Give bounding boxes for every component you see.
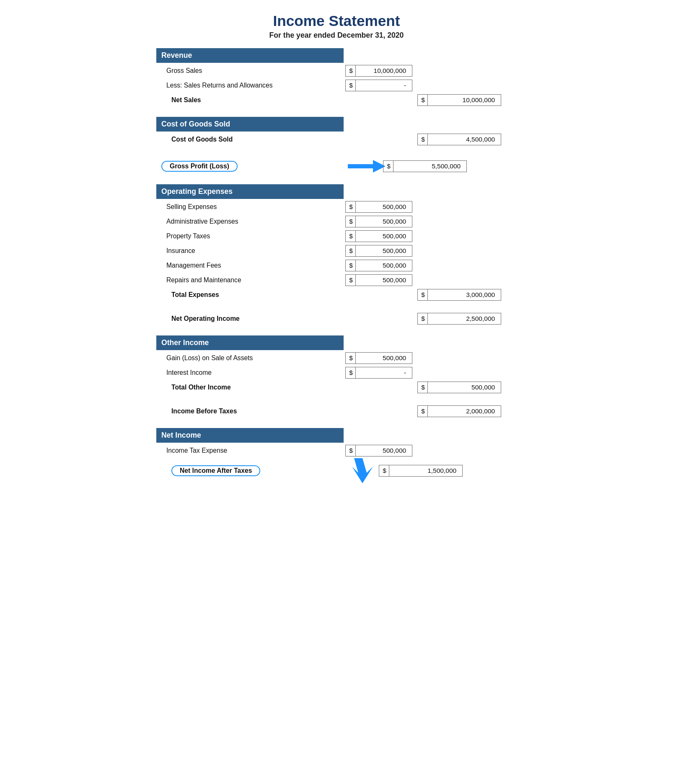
interest-income-amount: $ - <box>345 367 412 379</box>
net-income-after-taxes-amount: $ 1,500,000 <box>379 465 463 477</box>
gain-loss-amount: $ 500,000 <box>345 352 412 364</box>
total-other-income-row: Total Other Income $ 500,000 <box>156 380 517 395</box>
net-sales-row: Net Sales $ 10,000,000 <box>156 93 517 107</box>
cogs-header: Cost of Goods Sold <box>156 117 344 132</box>
sales-returns-label: Less: Sales Returns and Allowances <box>156 80 344 91</box>
income-before-taxes-amount: $ 2,000,000 <box>417 405 501 417</box>
net-sales-dollar: $ <box>418 95 428 106</box>
sales-returns-dollar: $ <box>346 80 356 91</box>
cogs-dollar: $ <box>418 134 428 145</box>
total-expenses-row: Total Expenses $ 3,000,000 <box>156 288 517 302</box>
gain-loss-row: Gain (Loss) on Sale of Assets $ 500,000 <box>156 351 517 365</box>
gross-sales-row: Gross Sales $ 10,000,000 <box>156 64 517 78</box>
management-fees-amount: $ 500,000 <box>345 260 412 271</box>
net-income-arrow-icon <box>346 458 379 483</box>
page-title: Income Statement <box>156 13 517 29</box>
repairs-maintenance-amount: $ 500,000 <box>345 274 412 286</box>
revenue-header: Revenue <box>156 48 344 63</box>
total-expenses-label: Total Expenses <box>156 289 344 300</box>
gross-profit-row: Gross Profit (Loss) $ 5,500,000 <box>156 158 517 175</box>
total-other-income-label: Total Other Income <box>156 382 344 393</box>
net-operating-income-amount: $ 2,500,000 <box>417 313 501 325</box>
total-other-income-amount: $ 500,000 <box>417 382 501 393</box>
income-tax-expense-label: Income Tax Expense <box>156 445 344 456</box>
cogs-amount: $ 4,500,000 <box>417 134 501 145</box>
income-before-taxes-row: Income Before Taxes $ 2,000,000 <box>156 404 517 418</box>
management-fees-row: Management Fees $ 500,000 <box>156 258 517 273</box>
management-fees-label: Management Fees <box>156 260 344 271</box>
insurance-amount: $ 500,000 <box>345 245 412 257</box>
insurance-row: Insurance $ 500,000 <box>156 244 517 258</box>
other-income-section: Other Income Gain (Loss) on Sale of Asse… <box>156 335 517 395</box>
svg-marker-0 <box>348 160 386 173</box>
operating-expenses-header: Operating Expenses <box>156 184 344 199</box>
property-taxes-row: Property Taxes $ 500,000 <box>156 229 517 243</box>
income-tax-expense-amount: $ 500,000 <box>345 445 412 456</box>
net-income-header: Net Income <box>156 428 344 443</box>
gross-sales-value: 10,000,000 <box>356 65 412 76</box>
net-operating-income-label: Net Operating Income <box>156 313 344 324</box>
cogs-label: Cost of Goods Sold <box>156 134 344 145</box>
cogs-value: 4,500,000 <box>428 134 501 145</box>
repairs-maintenance-row: Repairs and Maintenance $ 500,000 <box>156 273 517 287</box>
gross-profit-amount: $ 5,500,000 <box>383 160 467 172</box>
property-taxes-amount: $ 500,000 <box>345 230 412 242</box>
cogs-section: Cost of Goods Sold Cost of Goods Sold $ … <box>156 117 517 147</box>
svg-marker-1 <box>352 458 373 483</box>
net-income-after-taxes-label: Net Income After Taxes <box>171 465 260 476</box>
total-expenses-dollar: $ <box>418 289 428 300</box>
net-sales-amount: $ 10,000,000 <box>417 94 501 106</box>
net-income-section: Net Income Income Tax Expense $ 500,000 … <box>156 428 517 483</box>
selling-expenses-row: Selling Expenses $ 500,000 <box>156 200 517 214</box>
gross-sales-dollar: $ <box>346 65 356 76</box>
admin-expenses-label: Administrative Expenses <box>156 216 344 227</box>
property-taxes-label: Property Taxes <box>156 231 344 242</box>
admin-expenses-row: Administrative Expenses $ 500,000 <box>156 214 517 229</box>
repairs-maintenance-label: Repairs and Maintenance <box>156 275 344 286</box>
page-subtitle: For the year ended December 31, 2020 <box>156 31 517 40</box>
net-income-after-taxes-row: Net Income After Taxes $ 1,500,000 <box>156 458 517 483</box>
operating-expenses-section: Operating Expenses Selling Expenses $ 50… <box>156 184 517 302</box>
sales-returns-value: - <box>356 80 412 91</box>
total-expenses-value: 3,000,000 <box>428 289 501 300</box>
total-expenses-amount: $ 3,000,000 <box>417 289 501 301</box>
gross-sales-amount: $ 10,000,000 <box>345 65 412 77</box>
gain-loss-label: Gain (Loss) on Sale of Assets <box>156 353 344 364</box>
admin-expenses-amount: $ 500,000 <box>345 216 412 227</box>
net-operating-income-row: Net Operating Income $ 2,500,000 <box>156 312 517 326</box>
income-before-taxes-label: Income Before Taxes <box>156 406 344 417</box>
net-sales-label: Net Sales <box>156 95 344 106</box>
net-sales-value: 10,000,000 <box>428 95 501 106</box>
gross-profit-dollar: $ <box>383 161 393 172</box>
insurance-label: Insurance <box>156 245 344 256</box>
interest-income-label: Interest Income <box>156 367 344 378</box>
revenue-section: Revenue Gross Sales $ 10,000,000 Less: S… <box>156 48 517 107</box>
gross-profit-value: 5,500,000 <box>393 161 466 172</box>
other-income-header: Other Income <box>156 335 344 350</box>
sales-returns-amount: $ - <box>345 80 412 91</box>
sales-returns-row: Less: Sales Returns and Allowances $ - <box>156 78 517 93</box>
gross-profit-label: Gross Profit (Loss) <box>161 161 238 172</box>
income-tax-expense-row: Income Tax Expense $ 500,000 <box>156 444 517 458</box>
cogs-row: Cost of Goods Sold $ 4,500,000 <box>156 132 517 147</box>
selling-expenses-label: Selling Expenses <box>156 201 344 212</box>
interest-income-row: Interest Income $ - <box>156 366 517 380</box>
gross-sales-label: Gross Sales <box>156 65 344 76</box>
gross-profit-arrow-icon <box>348 158 386 175</box>
selling-expenses-amount: $ 500,000 <box>345 201 412 213</box>
